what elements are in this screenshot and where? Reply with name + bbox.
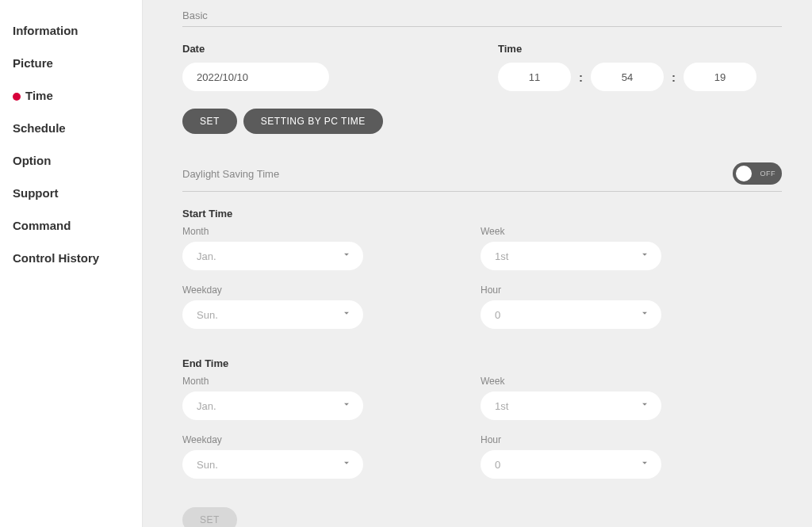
sidebar-item-support[interactable]: Support bbox=[0, 177, 142, 209]
sidebar-item-picture[interactable]: Picture bbox=[0, 47, 142, 79]
set-by-pc-time-button[interactable]: SETTING BY PC TIME bbox=[243, 109, 383, 134]
start-week-label: Week bbox=[481, 226, 661, 237]
start-hour-label: Hour bbox=[481, 285, 661, 296]
start-weekday-label: Weekday bbox=[182, 285, 363, 296]
start-month-select[interactable] bbox=[182, 242, 363, 270]
sidebar-item-control-history[interactable]: Control History bbox=[0, 242, 142, 274]
hour-input[interactable] bbox=[498, 63, 571, 91]
minute-input[interactable] bbox=[591, 63, 664, 91]
content-area: Basic Date Time : : SET SETTING BY PC TI… bbox=[143, 0, 812, 527]
time-label: Time bbox=[498, 43, 782, 55]
start-hour-select[interactable] bbox=[481, 300, 661, 329]
start-time-title: Start Time bbox=[182, 208, 782, 220]
dst-toggle[interactable]: OFF bbox=[733, 162, 782, 185]
dst-section-title: Daylight Saving Time bbox=[182, 168, 279, 180]
sidebar-item-schedule[interactable]: Schedule bbox=[0, 112, 142, 144]
end-time-title: End Time bbox=[182, 357, 782, 369]
sidebar: Information Picture Time Schedule Option… bbox=[0, 0, 143, 527]
time-separator: : bbox=[579, 71, 583, 84]
sidebar-item-time[interactable]: Time bbox=[0, 79, 142, 112]
active-dot-icon bbox=[13, 93, 21, 101]
end-month-label: Month bbox=[182, 376, 363, 387]
start-week-select[interactable] bbox=[481, 242, 661, 270]
end-month-select[interactable] bbox=[182, 391, 363, 420]
end-weekday-select[interactable] bbox=[182, 450, 363, 479]
start-weekday-select[interactable] bbox=[182, 300, 363, 329]
second-input[interactable] bbox=[684, 63, 756, 91]
dst-set-button[interactable]: SET bbox=[182, 507, 237, 527]
toggle-knob-icon bbox=[736, 166, 752, 181]
sidebar-item-command[interactable]: Command bbox=[0, 209, 142, 242]
date-label: Date bbox=[182, 43, 466, 55]
set-button[interactable]: SET bbox=[182, 109, 237, 134]
end-hour-label: Hour bbox=[481, 434, 661, 445]
sidebar-item-option[interactable]: Option bbox=[0, 144, 142, 177]
end-weekday-label: Weekday bbox=[182, 434, 363, 445]
end-week-label: Week bbox=[481, 376, 661, 387]
date-input[interactable] bbox=[182, 63, 329, 91]
time-separator: : bbox=[672, 71, 676, 84]
basic-section-title: Basic bbox=[182, 10, 782, 27]
end-hour-select[interactable] bbox=[481, 450, 661, 479]
end-week-select[interactable] bbox=[481, 391, 661, 420]
sidebar-item-information[interactable]: Information bbox=[0, 14, 142, 47]
start-month-label: Month bbox=[182, 226, 363, 237]
toggle-state-label: OFF bbox=[760, 170, 776, 178]
